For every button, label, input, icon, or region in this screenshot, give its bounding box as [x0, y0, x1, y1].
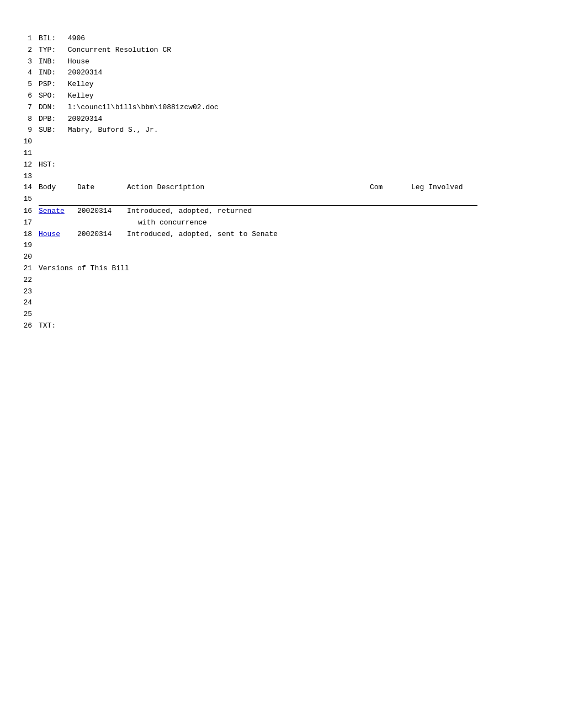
- line-17: 17 with concurrence: [22, 217, 541, 229]
- line-16: 16 Senate 20020314 Introduced, adopted, …: [22, 206, 541, 217]
- ddn-field: DDN: l:\council\bills\bbm\10881zcw02.doc: [39, 102, 541, 114]
- divider-body: [39, 194, 77, 206]
- line-11: 11: [22, 148, 541, 159]
- line-26: 26 TXT:: [22, 320, 541, 332]
- divider-leg: [411, 194, 477, 206]
- line-num-2: 2: [22, 45, 39, 56]
- house-com-cell: [370, 229, 411, 240]
- line-num-4: 4: [22, 67, 39, 79]
- ddn-value: l:\council\bills\bbm\10881zcw02.doc: [68, 103, 219, 111]
- line-num-10: 10: [22, 136, 39, 148]
- line-num-26: 26: [22, 320, 39, 332]
- line-num-25: 25: [22, 309, 39, 320]
- senate-date-cell: 20020314: [77, 206, 127, 217]
- dpb-field: DPB: 20020314: [39, 114, 541, 125]
- psp-field: PSP: Kelley: [39, 79, 541, 90]
- bil-value: 4906: [68, 34, 85, 42]
- line-num-3: 3: [22, 56, 39, 68]
- divider-action: [127, 194, 370, 206]
- line-num-12: 12: [22, 159, 39, 171]
- txt-label: TXT:: [39, 320, 541, 332]
- sub-field: SUB: Mabry, Buford S., Jr.: [39, 125, 541, 136]
- sub-label: SUB:: [39, 125, 63, 136]
- line-10: 10: [22, 136, 541, 148]
- line-12: 12 HST:: [22, 159, 541, 171]
- house-body-cell: House: [39, 229, 77, 240]
- divider-com: [370, 194, 411, 206]
- dpb-value: 20020314: [68, 115, 102, 123]
- senate-link[interactable]: Senate: [39, 207, 65, 215]
- sub-value: Mabry, Buford S., Jr.: [68, 126, 158, 134]
- col-header-body: Body: [39, 182, 77, 194]
- senate-com-cell: [370, 206, 411, 217]
- history-row-senate: Senate 20020314 Introduced, adopted, ret…: [39, 206, 541, 217]
- line-3: 3 INB: House: [22, 56, 541, 68]
- senate-leg-cell: [411, 206, 477, 217]
- line-num-17: 17: [22, 217, 39, 229]
- ind-field: IND: 20020314: [39, 67, 541, 79]
- spo-label: SPO:: [39, 90, 63, 102]
- spo-value: Kelley: [68, 92, 94, 100]
- line-5: 5 PSP: Kelley: [22, 79, 541, 90]
- line-1: 1 BIL: 4906: [22, 33, 541, 45]
- line-13: 13: [22, 171, 541, 183]
- psp-value: Kelley: [68, 80, 94, 88]
- house-action-cell: Introduced, adopted, sent to Senate: [127, 229, 370, 240]
- line-num-18: 18: [22, 229, 39, 240]
- line-num-13: 13: [22, 171, 39, 183]
- house-link[interactable]: House: [39, 230, 60, 238]
- line-num-24: 24: [22, 297, 39, 309]
- line-num-5: 5: [22, 79, 39, 90]
- col-header-action: Action Description: [127, 182, 370, 194]
- line-num-14: 14: [22, 182, 39, 194]
- psp-label: PSP:: [39, 79, 63, 90]
- col-header-leg: Leg Involved: [411, 182, 477, 194]
- table-divider-row: [39, 194, 541, 206]
- inb-value: House: [68, 57, 89, 66]
- senate-continuation-row: with concurrence: [39, 217, 541, 229]
- line-num-22: 22: [22, 275, 39, 286]
- hst-label: HST:: [39, 159, 541, 171]
- line-19: 19: [22, 240, 541, 251]
- line-num-8: 8: [22, 114, 39, 125]
- line-num-6: 6: [22, 90, 39, 102]
- line-num-21: 21: [22, 263, 39, 275]
- house-date-cell: 20020314: [77, 229, 127, 240]
- dpb-label: DPB:: [39, 114, 63, 125]
- ind-value: 20020314: [68, 68, 102, 77]
- inb-label: INB:: [39, 56, 63, 68]
- line-23: 23: [22, 286, 541, 298]
- senate-body-cell: Senate: [39, 206, 77, 217]
- col-header-date: Date: [77, 182, 127, 194]
- senate-action-cell: Introduced, adopted, returned: [127, 206, 370, 217]
- line-25: 25: [22, 309, 541, 320]
- line-num-16: 16: [22, 206, 39, 217]
- senate-continuation-text: with concurrence: [127, 217, 370, 229]
- typ-field: TYP: Concurrent Resolution CR: [39, 45, 541, 56]
- line-num-11: 11: [22, 148, 39, 159]
- line-2: 2 TYP: Concurrent Resolution CR: [22, 45, 541, 56]
- table-header-row: Body Date Action Description Com Leg Inv…: [39, 182, 541, 194]
- line-num-20: 20: [22, 251, 39, 263]
- bil-label: BIL:: [39, 33, 63, 45]
- line-8: 8 DPB: 20020314: [22, 114, 541, 125]
- line-18: 18 House 20020314 Introduced, adopted, s…: [22, 229, 541, 240]
- typ-label: TYP:: [39, 45, 63, 56]
- line-num-7: 7: [22, 102, 39, 114]
- line-6: 6 SPO: Kelley: [22, 90, 541, 102]
- spo-field: SPO: Kelley: [39, 90, 541, 102]
- divider-date: [77, 194, 127, 206]
- line-15: 15: [22, 194, 541, 206]
- history-row-house: House 20020314 Introduced, adopted, sent…: [39, 229, 541, 240]
- line-9: 9 SUB: Mabry, Buford S., Jr.: [22, 125, 541, 136]
- line-4: 4 IND: 20020314: [22, 67, 541, 79]
- line-num-19: 19: [22, 240, 39, 251]
- inb-field: INB: House: [39, 56, 541, 68]
- line-22: 22: [22, 275, 541, 286]
- line-num-1: 1: [22, 33, 39, 45]
- ind-label: IND:: [39, 67, 63, 79]
- house-leg-cell: [411, 229, 477, 240]
- bil-field: BIL: 4906: [39, 33, 541, 45]
- typ-value: Concurrent Resolution CR: [68, 46, 171, 54]
- line-14: 14 Body Date Action Description Com Leg …: [22, 182, 541, 194]
